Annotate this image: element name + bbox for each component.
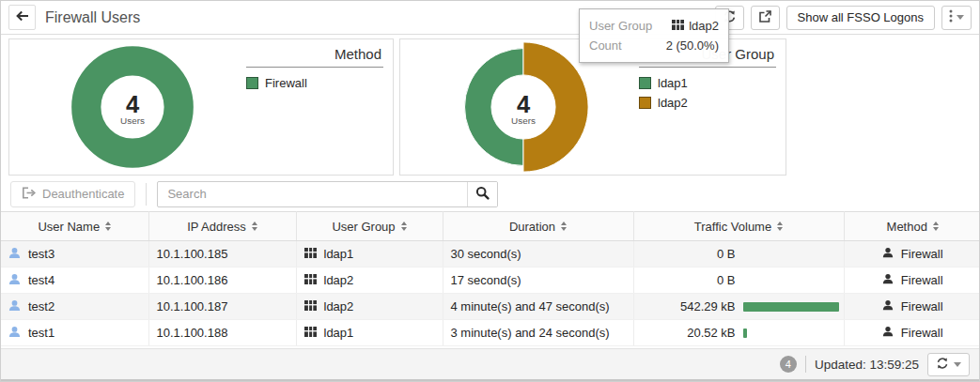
firewall-users-page: Firewall Users Show all FSSO Logons (0, 0, 980, 382)
legend-item-firewall[interactable]: Firewall (246, 76, 383, 90)
user-icon (8, 326, 21, 341)
logout-icon (22, 187, 36, 202)
row-count-badge: 4 (780, 356, 797, 373)
duration: 30 second(s) (451, 247, 521, 261)
user-group-icon (304, 299, 317, 313)
firewall-swatch (246, 77, 258, 89)
sort-icon (252, 222, 257, 231)
traffic-volume: 542.29 kB (642, 299, 736, 313)
donut-center-value: 4 (517, 91, 531, 117)
refresh-icon (936, 357, 949, 373)
updated-timestamp: Updated: 13:59:25 (815, 358, 919, 372)
legend-label: ldap1 (658, 76, 688, 90)
method: Firewall (901, 273, 943, 287)
open-in-window-button[interactable] (751, 6, 780, 30)
table-row[interactable]: test3 10.1.100.185 ldap1 30 second(s) 0 … (1, 241, 980, 267)
sort-icon (401, 222, 407, 231)
method: Firewall (901, 299, 943, 313)
search-input[interactable] (158, 182, 467, 206)
person-icon (882, 247, 894, 261)
user-icon (8, 299, 21, 314)
donut-center-label: Users (120, 115, 145, 126)
sort-icon (777, 222, 783, 231)
donut-center-value: 4 (126, 91, 140, 117)
sort-icon (933, 222, 939, 231)
user-name: test4 (28, 273, 54, 287)
table-row[interactable]: test4 10.1.100.186 ldap2 17 second(s) 0 … (1, 267, 980, 294)
person-icon (882, 273, 894, 287)
column-header-user-name[interactable]: User Name (1, 212, 148, 241)
duration: 17 second(s) (451, 273, 521, 287)
auto-refresh-button[interactable] (927, 353, 970, 376)
user-icon (8, 247, 21, 262)
column-header-method[interactable]: Method (844, 212, 980, 241)
traffic-bar (743, 329, 747, 338)
tooltip-row-count: Count 2 (50.0%) (589, 36, 719, 55)
user-group-donut-chart[interactable]: 4 Users (455, 40, 592, 174)
user-name: test2 (28, 299, 54, 313)
external-link-icon (758, 9, 772, 26)
ip-address: 10.1.100.188 (157, 326, 228, 340)
tooltip-value: 2 (50.0%) (666, 36, 719, 55)
status-bar: 4 Updated: 13:59:25 (1, 348, 979, 381)
ldap1-swatch (639, 77, 651, 89)
legend-label: Firewall (265, 76, 307, 90)
search-button[interactable] (467, 182, 497, 206)
method-chart-panel: 4 Users Method Firewall (8, 38, 394, 176)
duration: 4 minute(s) and 47 second(s) (451, 299, 610, 313)
method-donut-chart[interactable]: 4 Users (64, 40, 201, 174)
duration: 3 minute(s) and 24 second(s) (451, 326, 610, 340)
method: Firewall (901, 247, 943, 261)
column-header-traffic-volume[interactable]: Traffic Volume (633, 212, 844, 241)
user-group-icon (304, 247, 317, 261)
user-name: test1 (28, 326, 54, 340)
legend-item-ldap1[interactable]: ldap1 (639, 76, 776, 90)
column-header-duration[interactable]: Duration (443, 212, 633, 241)
tooltip-label: User Group (589, 16, 652, 36)
traffic-volume: 0 B (642, 247, 736, 261)
user-group-icon (304, 326, 317, 340)
user-icon (8, 273, 21, 288)
user-group: ldap1 (324, 326, 354, 340)
user-group-icon (672, 16, 684, 36)
chart-tooltip: User Group ldap2 Count 2 (50.0%) (579, 8, 729, 63)
user-group: ldap1 (324, 247, 354, 261)
traffic-volume: 0 B (642, 273, 736, 287)
tooltip-value: ldap2 (689, 16, 719, 36)
legend-label: ldap2 (658, 96, 688, 110)
legend-item-ldap2[interactable]: ldap2 (639, 96, 776, 110)
user-name: test3 (28, 247, 54, 261)
table-toolbar: Deauthenticate (1, 179, 979, 208)
method: Firewall (901, 326, 943, 340)
firewall-users-table: User Name IP Address User Group Duration… (1, 211, 980, 346)
sort-icon (561, 222, 567, 231)
table-row[interactable]: test2 10.1.100.187 ldap2 4 minute(s) and… (1, 294, 980, 320)
more-options-button[interactable] (941, 6, 972, 30)
toolbar-divider (146, 183, 147, 206)
method-legend: Method Firewall (246, 46, 383, 96)
header-actions: Show all FSSO Logons (715, 6, 972, 30)
deauthenticate-label: Deauthenticate (42, 187, 124, 201)
column-header-user-group[interactable]: User Group (296, 212, 443, 241)
column-header-ip-address[interactable]: IP Address (148, 212, 296, 241)
search-icon (475, 186, 490, 203)
ldap2-swatch (639, 97, 651, 109)
ip-address: 10.1.100.185 (157, 247, 228, 261)
legend-title: Method (246, 46, 383, 68)
sort-icon (105, 222, 111, 231)
chevron-down-icon (957, 15, 964, 20)
ip-address: 10.1.100.186 (157, 273, 228, 287)
traffic-volume: 20.52 kB (642, 326, 736, 340)
user-group: ldap2 (324, 299, 354, 313)
show-fsso-logons-button[interactable]: Show all FSSO Logons (786, 6, 935, 30)
search-box (157, 181, 498, 207)
chevron-down-icon (954, 362, 961, 367)
table-row[interactable]: test1 10.1.100.188 ldap1 3 minute(s) and… (1, 320, 980, 346)
kebab-menu-icon (949, 9, 953, 25)
person-icon (882, 326, 894, 340)
user-group-slice-ldap1 (465, 49, 523, 166)
donut-center-label: Users (511, 115, 536, 126)
user-group-icon (304, 273, 317, 287)
deauthenticate-button[interactable]: Deauthenticate (10, 181, 135, 207)
back-button[interactable] (8, 5, 36, 30)
